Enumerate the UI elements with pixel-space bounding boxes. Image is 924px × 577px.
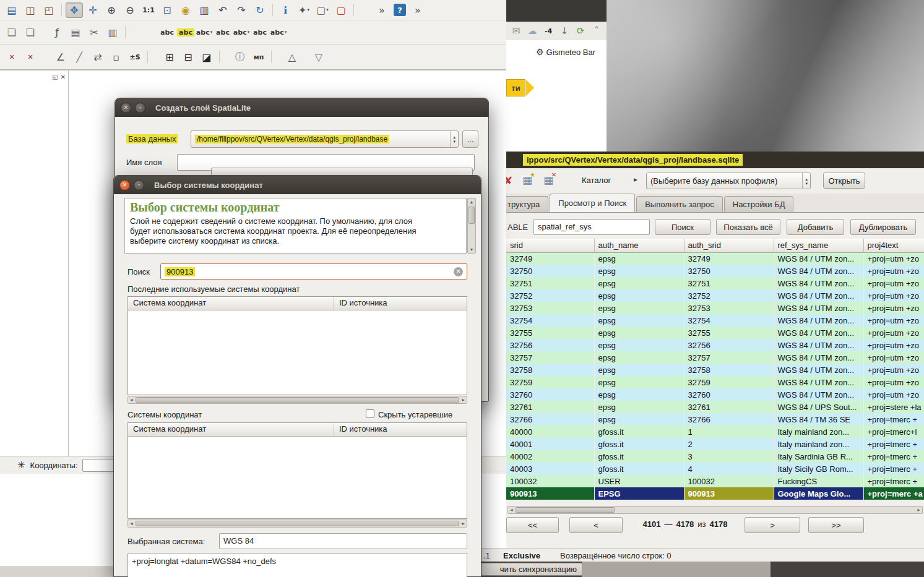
identify-features-icon[interactable]: ℹ — [277, 2, 294, 18]
cell-srid[interactable]: 32750 — [506, 265, 594, 277]
scroll-left-icon[interactable]: ◂ — [128, 520, 135, 527]
cell-proj4text[interactable]: +proj=utm +zo — [863, 351, 924, 364]
table-row[interactable]: 32757epsg32757WGS 84 / UTM zon...+proj=u… — [506, 351, 924, 364]
table-row[interactable]: 32749epsg32749WGS 84 / UTM zon...+proj=u… — [506, 252, 924, 265]
window-close-icon[interactable]: ✕ — [121, 103, 131, 113]
cell-auth_name[interactable]: gfoss.it — [594, 450, 684, 463]
table-row[interactable]: 32758epsg32758WGS 84 / UTM zon...+proj=u… — [506, 364, 924, 376]
cell-auth_srid[interactable]: 32750 — [684, 265, 774, 277]
filter-legend-icon[interactable]: ▽ — [310, 49, 327, 65]
tab-execute-query[interactable]: Выполнить запрос — [636, 196, 723, 212]
cell-ref_sys_name[interactable]: WGS 84 / TM 36 SE — [774, 413, 863, 425]
fill-ring-icon[interactable]: ◪ — [198, 49, 215, 65]
cell-srid[interactable]: 40001 — [506, 438, 594, 450]
scroll-left-icon[interactable]: ◂ — [508, 506, 515, 513]
crs-table-body[interactable] — [128, 310, 467, 395]
cell-srid[interactable]: 40002 — [506, 450, 594, 463]
label-highlight-icon[interactable]: abc — [177, 25, 194, 40]
cell-auth_srid[interactable]: 32756 — [684, 339, 774, 351]
cell-srid[interactable]: 32755 — [506, 327, 594, 339]
window-close-icon[interactable]: ✕ — [119, 180, 130, 190]
cell-srid[interactable]: 32759 — [506, 376, 594, 388]
cell-srid[interactable]: 32754 — [506, 314, 594, 327]
crs-list-scrollbar[interactable]: ◂ ▸ — [127, 519, 467, 528]
cell-proj4text[interactable]: +proj=stere +la — [863, 401, 924, 413]
map-tips-icon[interactable]: ⓘ — [231, 49, 249, 65]
cell-ref_sys_name[interactable]: WGS 84 / UPS Sout... — [774, 401, 863, 413]
cell-auth_name[interactable]: epsg — [594, 314, 684, 327]
vertex-tool-current-layer-icon[interactable]: ✕ — [3, 49, 20, 65]
label-callout-icon[interactable]: abc▾ — [270, 25, 287, 40]
table-row[interactable]: 40000gfoss.it1Italy mainland zon...+proj… — [506, 425, 924, 438]
cell-auth_name[interactable]: epsg — [594, 289, 684, 302]
cell-auth_srid[interactable]: 32752 — [684, 289, 774, 302]
zoom-out-icon[interactable]: ⊖ — [121, 2, 139, 18]
digitize-with-angle-icon[interactable]: ∠ — [52, 49, 69, 65]
download-arrow-icon[interactable]: ↓ — [557, 24, 572, 38]
run-feature-action-icon[interactable]: ✦▾ — [295, 2, 313, 18]
cell-srid[interactable]: 32760 — [506, 388, 594, 401]
cell-auth_srid[interactable]: 900913 — [684, 487, 774, 500]
tab-structure[interactable]: труктура — [506, 196, 548, 212]
profile-database-combo[interactable]: (Выберите базу данных профиля) ▴▾ — [646, 173, 811, 189]
scroll-right-icon[interactable]: ▸ — [460, 396, 467, 403]
sync-icon[interactable]: ⟳ — [573, 24, 588, 38]
column-header-auth_srid[interactable]: auth_srid — [684, 239, 774, 252]
cell-ref_sys_name[interactable]: WGS 84 / UTM zon... — [774, 388, 863, 401]
cell-auth_srid[interactable]: 32757 — [684, 351, 774, 364]
window-maximize-icon[interactable]: ▫ — [135, 103, 145, 113]
window-maximize-icon[interactable]: ▫ — [134, 180, 144, 190]
offset-curve-icon[interactable]: ±S — [126, 49, 144, 65]
zoom-native-icon[interactable]: 1:1 — [140, 2, 157, 18]
cell-ref_sys_name[interactable]: FuckingCS — [774, 475, 863, 487]
move-feature-icon[interactable]: ⇄ — [89, 49, 106, 65]
table-row[interactable]: 32760epsg32760WGS 84 / UTM zon...+proj=u… — [506, 388, 924, 401]
cell-auth_name[interactable]: epsg — [594, 277, 684, 289]
cell-proj4text[interactable]: +proj=utm +zo — [863, 364, 924, 376]
cell-proj4text[interactable]: +proj=tmerc + — [863, 413, 924, 425]
dialog-titlebar[interactable]: ✕ ▫ Выбор системы координат — [114, 176, 481, 194]
cell-ref_sys_name[interactable]: Italy Sardinia GB R... — [774, 450, 863, 463]
zoom-to-layer-icon[interactable]: ▥ — [196, 2, 213, 18]
cell-auth_name[interactable]: gfoss.it — [594, 425, 684, 438]
yellow-arrow-banner[interactable]: ти — [506, 79, 525, 96]
new-table-icon[interactable]: ▦ ★ — [522, 174, 532, 186]
cell-proj4text[interactable]: +proj=utm +zo — [863, 327, 924, 339]
table-row[interactable]: 32751epsg32751WGS 84 / UTM zon...+proj=u… — [506, 277, 924, 289]
crs-column-header[interactable]: Система координат — [128, 423, 334, 436]
recent-crs-table[interactable]: Система координат ID источника — [127, 296, 467, 395]
cell-proj4text[interactable]: +proj=merc +a — [863, 487, 924, 500]
cell-auth_srid[interactable]: 32751 — [684, 277, 774, 289]
cell-ref_sys_name[interactable]: WGS 84 / UTM zon... — [774, 252, 863, 265]
cell-auth_srid[interactable]: 32760 — [684, 388, 774, 401]
zoom-next-icon[interactable]: ↷ — [233, 2, 250, 18]
paste-features-icon[interactable]: ▥ — [104, 25, 121, 40]
clear-search-icon[interactable]: ✕ — [454, 267, 463, 276]
cell-proj4text[interactable]: +proj=tmerc + — [863, 438, 924, 450]
cell-auth_srid[interactable]: 32758 — [684, 364, 774, 376]
mail-icon[interactable]: ✉ — [509, 24, 524, 38]
table-row[interactable]: 40003gfoss.it4Italy Sicily GB Rom...+pro… — [506, 463, 924, 475]
id-column-header[interactable]: ID источника — [334, 423, 467, 436]
table-row[interactable]: 40002gfoss.it3Italy Sardinia GB R...+pro… — [506, 450, 924, 463]
cell-proj4text[interactable]: +proj=tmerc + — [863, 475, 924, 487]
cell-auth_name[interactable]: epsg — [594, 364, 684, 376]
table-name-field[interactable]: spatial_ref_sys — [533, 219, 650, 235]
cell-auth_name[interactable]: epsg — [594, 376, 684, 388]
add-part-icon[interactable]: ⊟ — [179, 49, 197, 65]
cell-auth_srid[interactable]: 32753 — [684, 302, 774, 314]
cell-proj4text[interactable]: +proj=utm +zo — [863, 388, 924, 401]
scroll-up-icon[interactable]: ▲ — [468, 199, 475, 205]
scrollbar-thumb[interactable] — [468, 207, 475, 224]
paste-style-icon[interactable]: ❏ — [22, 25, 39, 40]
add-button[interactable]: Добавить — [787, 219, 844, 235]
cell-srid[interactable]: 100032 — [506, 475, 594, 487]
column-header-auth_name[interactable]: auth_name — [594, 239, 684, 252]
table-row-selected[interactable]: 900913EPSG900913Google Maps Glo...+proj=… — [506, 487, 924, 500]
cell-srid[interactable]: 32758 — [506, 364, 594, 376]
cell-proj4text[interactable]: +proj=tmerc + — [863, 450, 924, 463]
cell-ref_sys_name[interactable]: Google Maps Glo... — [774, 487, 863, 500]
column-header-ref_sys_name[interactable]: ref_sys_name — [774, 239, 863, 252]
grid-horizontal-scrollbar[interactable]: ◂ ▸ — [507, 506, 923, 514]
layout-manager-icon[interactable]: ◰ — [40, 2, 58, 18]
